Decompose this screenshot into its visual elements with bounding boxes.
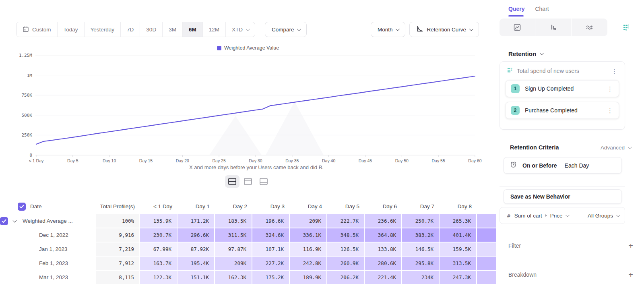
total-profiles-cell: 100% — [96, 214, 140, 228]
retention-value-cell: 209K — [215, 257, 252, 271]
retention-value-cell: 122.3K — [140, 271, 178, 285]
retention-value-cell: 97.87K — [215, 242, 252, 257]
report-type-tabs — [496, 19, 644, 36]
criteria-card[interactable]: On or Before Each Day — [504, 157, 622, 174]
kebab-menu-icon[interactable]: ⋮ — [605, 85, 615, 93]
report-tab-funnels[interactable] — [535, 19, 571, 36]
retention-value-cell — [477, 257, 496, 271]
row-label-cell[interactable]: Jan 1, 2023 — [0, 242, 96, 257]
table-row: Mar 1, 20238,115122.3K151.1K162.3K175.2K… — [0, 271, 496, 285]
criteria-window: Each Day — [565, 162, 589, 169]
column-header: Day 4 — [290, 199, 327, 214]
retention-curve-icon — [416, 25, 423, 34]
column-header: Day 2 — [215, 199, 252, 214]
chevron-down-icon — [616, 213, 620, 217]
kebab-menu-icon[interactable]: ⋮ — [610, 67, 619, 75]
query-sidebar: Query Chart — [496, 0, 644, 288]
row-checkbox[interactable] — [0, 217, 8, 225]
retention-icon — [622, 23, 630, 31]
row-label: Dec 1, 2022 — [39, 228, 68, 242]
x-axis-tick-label: Day 15 — [139, 158, 153, 163]
date-range-yesterday[interactable]: Yesterday — [85, 22, 121, 37]
retention-value-cell: 260.9K — [327, 257, 365, 271]
retention-section-title[interactable]: Retention — [508, 50, 543, 57]
report-main: Custom Today Yesterday 7D 30D 3M 6M 12M … — [0, 0, 496, 288]
layout-table-only-button[interactable] — [256, 175, 271, 188]
date-range-7d[interactable]: 7D — [121, 22, 140, 37]
row-label-cell[interactable]: Feb 1, 2023 — [0, 257, 96, 271]
granularity-dropdown[interactable]: Month — [371, 22, 406, 37]
chart-type-dropdown[interactable]: Retention Curve — [409, 22, 479, 37]
retention-value-cell: 151.1K — [178, 271, 215, 285]
add-filter-button[interactable]: + — [628, 242, 633, 250]
retention-value-cell — [477, 214, 496, 228]
behavior-step-2[interactable]: 2 Purchase Completed ⋮ — [506, 102, 619, 119]
row-label-cell[interactable]: Weighted Average ... — [0, 214, 96, 228]
retention-value-cell: 265.3K — [440, 214, 477, 228]
row-label-cell[interactable]: Mar 1, 2023 — [0, 271, 96, 285]
report-tab-retention[interactable] — [607, 19, 644, 36]
retention-value-cell: 183.5K — [215, 214, 252, 228]
x-axis-tick-label: Day 55 — [432, 158, 445, 163]
retention-value-cell: 116.9K — [290, 242, 327, 257]
row-label: Mar 1, 2023 — [39, 271, 68, 284]
date-range-30d[interactable]: 30D — [140, 22, 163, 37]
column-header: Day 8 — [440, 199, 477, 214]
toolbar: Custom Today Yesterday 7D 30D 3M 6M 12M … — [16, 22, 479, 37]
retention-line[interactable] — [36, 76, 475, 144]
y-axis-tick-label: 250K — [22, 133, 33, 138]
layout-split-view-button[interactable] — [225, 175, 239, 188]
save-as-new-behavior-button[interactable]: Save as New Behavior — [504, 189, 622, 204]
retention-value-cell: 162.3K — [215, 271, 252, 285]
compare-button[interactable]: Compare — [265, 22, 307, 37]
breakdown-label: Breakdown — [508, 271, 628, 278]
date-range-xtd[interactable]: XTD — [226, 22, 255, 37]
retention-value-cell: 159.5K — [440, 242, 477, 257]
report-tab-insights[interactable] — [500, 19, 535, 36]
add-breakdown-button[interactable]: + — [628, 271, 633, 279]
date-range-12m[interactable]: 12M — [203, 22, 226, 37]
row-label-cell[interactable]: Dec 1, 2022 — [0, 228, 96, 242]
retention-criteria-title: Retention Criteria — [510, 144, 601, 151]
date-range-3m[interactable]: 3M — [163, 22, 183, 37]
tab-query[interactable]: Query — [508, 0, 524, 18]
step-number-badge: 1 — [511, 84, 520, 93]
retention-curve-chart[interactable]: 0250K500K750K1M1.25M< 1 DayDay 5Day 10Da… — [0, 52, 496, 170]
column-header: Day 7 — [402, 199, 440, 214]
criteria-mode-dropdown[interactable]: Advanced — [601, 145, 631, 151]
retention-value-cell: 171.2K — [178, 214, 215, 228]
step-number-badge: 2 — [511, 106, 520, 115]
kebab-menu-icon[interactable]: ⋮ — [605, 107, 615, 114]
behavior-step-1[interactable]: 1 Sign Up Completed ⋮ — [506, 80, 619, 97]
layout-toggle-group — [0, 175, 496, 188]
table-row: Weighted Average ...100%135.9K171.2K183.… — [0, 214, 496, 228]
date-range-6m[interactable]: 6M — [183, 22, 203, 37]
chevron-down-icon — [566, 213, 570, 217]
calendar-icon — [23, 26, 29, 33]
retention-value-cell: 67.99K — [140, 242, 178, 257]
funnels-icon — [549, 23, 557, 31]
retention-value-cell: 175.2K — [252, 271, 290, 285]
total-profiles-cell: 9,916 — [96, 228, 140, 242]
layout-chart-only-button[interactable] — [241, 175, 255, 188]
expand-row-chevron[interactable] — [13, 218, 17, 222]
flows-icon — [585, 23, 593, 31]
x-axis-tick-label: Day 35 — [285, 158, 299, 163]
retention-value-cell: 209K — [290, 214, 327, 228]
report-tab-flows[interactable] — [572, 19, 607, 36]
insights-icon — [513, 23, 521, 31]
tab-chart[interactable]: Chart — [535, 0, 549, 18]
row-label: Feb 1, 2023 — [39, 257, 68, 270]
retention-value-cell: 146.5K — [402, 242, 440, 257]
caret-right-icon — [545, 214, 547, 217]
group-selector-dropdown[interactable]: All Groups — [588, 213, 619, 219]
retention-value-cell: 189.9K — [290, 271, 327, 285]
measure-property-dropdown[interactable]: Sum of cart Price — [514, 213, 568, 219]
date-range-today[interactable]: Today — [58, 22, 85, 37]
select-all-checkbox[interactable] — [18, 203, 26, 211]
column-header: Day 6 — [365, 199, 402, 214]
date-range-custom[interactable]: Custom — [17, 22, 58, 37]
x-axis-tick-label: < 1 Day — [29, 158, 44, 163]
step-label: Sign Up Completed — [525, 85, 600, 92]
retention-value-cell: 234K — [402, 271, 440, 285]
